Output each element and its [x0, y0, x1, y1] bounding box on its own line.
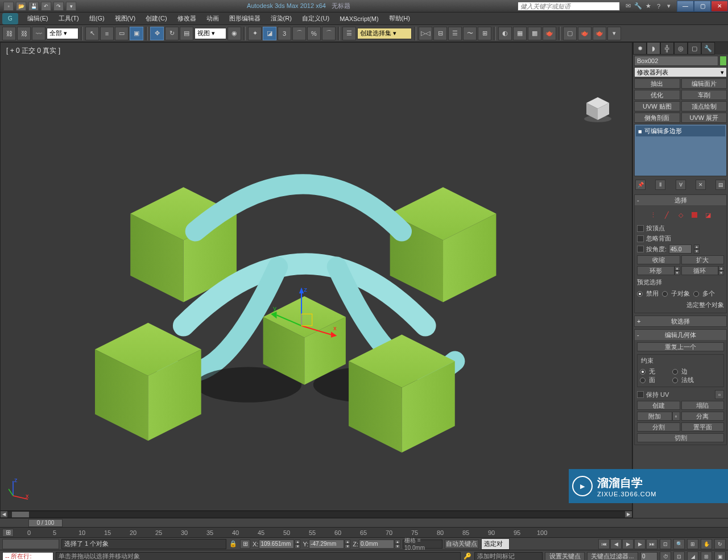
bind-spacewarp-icon[interactable]: 〰	[32, 27, 46, 40]
named-selection-dropdown[interactable]: 创建选择集▾	[357, 28, 412, 39]
rollout-edit-geometry-header[interactable]: -编辑几何体	[635, 330, 726, 340]
minimize-button[interactable]: —	[677, 1, 694, 12]
scroll-left-icon[interactable]: ◀	[1, 511, 7, 517]
mod-extrude-button[interactable]: 抽出	[634, 78, 680, 89]
snap-options-icon[interactable]: ⌒	[322, 27, 336, 40]
render-preset-icon[interactable]: 🫖	[578, 27, 592, 40]
autokey-button[interactable]: 自动关键点	[445, 540, 479, 549]
nav-field-of-view-icon[interactable]: ◢	[687, 551, 698, 561]
remove-modifier-icon[interactable]: ✕	[696, 180, 706, 190]
nav-pan-icon[interactable]: ✋	[701, 539, 712, 549]
rollout-selection-header[interactable]: -选择	[635, 195, 726, 205]
shrink-button[interactable]: 收缩	[637, 255, 680, 264]
menu-group[interactable]: 组(G)	[85, 13, 109, 24]
menu-graph-editors[interactable]: 图形编辑器	[225, 13, 265, 24]
select-object-icon[interactable]: ↖	[85, 27, 99, 40]
percent-snap-icon[interactable]: ⌒	[292, 27, 306, 40]
z-up-icon[interactable]: ▲	[395, 540, 400, 544]
set-key-button[interactable]: 设置关键点	[545, 552, 585, 561]
rendered-frame-icon[interactable]: ▩	[528, 27, 541, 40]
render-icon[interactable]: 🫖	[543, 27, 556, 40]
nav-min-max-icon[interactable]: ▣	[714, 551, 726, 561]
render-setup-icon[interactable]: ▦	[513, 27, 527, 40]
script-listener-label[interactable]: -- 所在行:	[2, 552, 53, 561]
time-config-icon[interactable]: ⏱	[660, 551, 671, 561]
unlink-icon[interactable]: ⛓	[17, 27, 31, 40]
select-scale-icon[interactable]: ▤	[180, 27, 193, 40]
next-frame-icon[interactable]: ▶	[634, 539, 646, 549]
dropdown-icon[interactable]: ▾	[664, 2, 673, 11]
pivot-center-icon[interactable]: ◉	[228, 27, 241, 40]
create-button[interactable]: 创建	[637, 401, 680, 410]
ring-up-icon[interactable]: ▲	[675, 266, 680, 271]
manipulate-icon[interactable]: ✦	[248, 27, 262, 40]
current-frame-input[interactable]: 0	[640, 552, 657, 561]
x-input[interactable]: 109.651mm	[259, 540, 294, 549]
repeat-last-button[interactable]: 重复上一个	[637, 342, 724, 351]
absolute-mode-icon[interactable]: ⊞	[240, 540, 250, 549]
script-mini-listener[interactable]	[2, 539, 59, 549]
z-input[interactable]: 0.0mm	[359, 540, 394, 549]
curve-editor-icon[interactable]: 〜	[463, 27, 477, 40]
key-filters-button[interactable]: 关键点过滤器...	[587, 552, 638, 561]
isolate-icon[interactable]: ⊡	[660, 539, 671, 549]
snap-toggle-icon[interactable]: ◪	[263, 27, 276, 40]
object-color-swatch[interactable]	[719, 56, 727, 66]
angle-down-icon[interactable]: ▼	[694, 249, 700, 254]
window-crossing-icon[interactable]: ▣	[130, 27, 143, 40]
qat-new-icon[interactable]: ▫	[3, 2, 14, 11]
ring-down-icon[interactable]: ▼	[675, 271, 680, 275]
tab-hierarchy-icon[interactable]: ╬	[660, 42, 674, 55]
tab-utilities-icon[interactable]: 🔧	[701, 42, 715, 55]
preview-off-radio[interactable]	[637, 291, 643, 297]
nav-zoom-extents-icon[interactable]: ⊡	[673, 551, 685, 561]
help-icon[interactable]: ?	[654, 2, 663, 11]
slice-button[interactable]: 切割	[637, 433, 724, 442]
collapse-button[interactable]: 塌陷	[681, 401, 725, 410]
constraint-edge-radio[interactable]	[672, 369, 678, 375]
rollout-soft-selection-header[interactable]: +软选择	[635, 316, 726, 326]
maximize-button[interactable]: ▢	[694, 1, 711, 12]
loop-down-icon[interactable]: ▼	[718, 271, 724, 275]
help-search-input[interactable]	[518, 2, 620, 11]
timeline-config-icon[interactable]: ⊞	[2, 529, 14, 537]
teapot-icon[interactable]: 🫖	[593, 27, 606, 40]
attach-settings-button[interactable]: ▫	[672, 412, 680, 421]
constraint-normal-radio[interactable]	[672, 378, 678, 383]
schematic-view-icon[interactable]: ⊞	[478, 27, 491, 40]
stack-item-editable-poly[interactable]: ■可编辑多边形	[636, 126, 725, 136]
mirror-icon[interactable]: ▷◁	[419, 27, 432, 40]
viewport-scrollbar[interactable]: ◀ ▶	[1, 511, 632, 517]
polygon-level-icon[interactable]	[689, 210, 700, 220]
nav-maximize-icon[interactable]: ⊞	[701, 551, 712, 561]
show-end-result-icon[interactable]: Ⅱ	[655, 180, 665, 190]
viewport[interactable]: [ + 0 正交 0 真实 ]	[0, 42, 632, 518]
qat-dropdown-icon[interactable]: ▾	[66, 2, 76, 11]
angle-up-icon[interactable]: ▲	[694, 244, 700, 249]
menu-edit[interactable]: 编辑(E)	[23, 13, 53, 24]
tab-create-icon[interactable]: ✹	[633, 42, 647, 55]
grow-button[interactable]: 扩大	[681, 255, 725, 264]
selection-filter-dropdown[interactable]: 全部▾	[47, 28, 78, 39]
by-angle-checkbox[interactable]	[637, 246, 644, 252]
link-icon[interactable]: ⛓	[2, 27, 16, 40]
qat-open-icon[interactable]: 📂	[16, 2, 26, 11]
modifier-stack[interactable]: ■可编辑多边形	[634, 124, 727, 176]
modifier-list-dropdown[interactable]: 修改器列表▾	[634, 67, 727, 77]
configure-sets-icon[interactable]: ▤	[715, 180, 726, 190]
x-up-icon[interactable]: ▲	[295, 540, 300, 544]
mod-edit-patch-button[interactable]: 编辑面片	[681, 78, 727, 89]
loop-up-icon[interactable]: ▲	[718, 266, 724, 271]
lock-selection-icon[interactable]: 🔒	[229, 540, 238, 549]
time-slider[interactable]: 0 / 100	[0, 518, 728, 527]
material-editor-icon[interactable]: ◐	[498, 27, 512, 40]
select-move-icon[interactable]: ✥	[150, 27, 164, 40]
y-up-icon[interactable]: ▲	[345, 540, 350, 544]
angle-spinner[interactable]: 45.0	[669, 244, 692, 254]
element-level-icon[interactable]: ◪	[703, 210, 713, 220]
constraint-face-radio[interactable]	[640, 378, 646, 383]
qat-save-icon[interactable]: 💾	[28, 2, 39, 11]
menu-tools[interactable]: 工具(T)	[54, 13, 84, 24]
subscription-icon[interactable]: 🔧	[634, 2, 643, 11]
vertex-level-icon[interactable]: ⋮	[648, 210, 659, 220]
